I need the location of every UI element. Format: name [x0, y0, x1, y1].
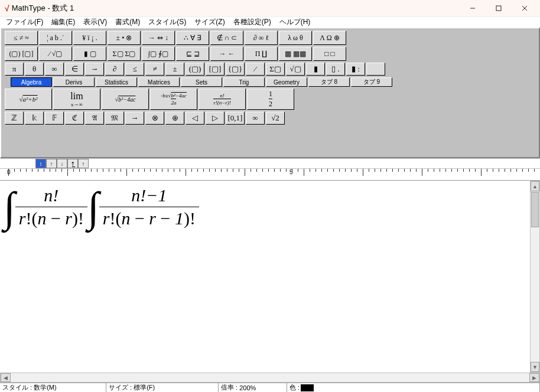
minimize-button[interactable] [460, 0, 486, 17]
sym-to[interactable]: → [125, 112, 144, 125]
status-size: サイズ : 標準(F) [106, 383, 219, 392]
ruler[interactable]: 0 5 [0, 169, 540, 181]
tab-geometry[interactable]: Geometry [266, 77, 307, 87]
sym-interval[interactable]: [0,1] [226, 112, 245, 125]
palette-integrals[interactable]: ∫▢ ∮▢ [142, 47, 175, 61]
palette-relations[interactable]: ≤ ≠ ≈ [5, 31, 38, 45]
palette-greek-lower[interactable]: λ ω θ [279, 31, 312, 45]
tmpl-limit[interactable]: limx→∞ [53, 89, 100, 110]
palette-products[interactable]: Π ∐ [245, 47, 278, 61]
sym-element[interactable]: ∈ [65, 63, 84, 76]
palette-sums[interactable]: Σ▢ Σ▢ [108, 47, 141, 61]
palette-bars[interactable]: ⊑ ⊒ [176, 47, 209, 61]
palette-logic[interactable]: ∴ ∀ ∃ [176, 31, 209, 45]
equation-canvas[interactable]: ∫ n! r!(n − r)! ∫ n!−1 r!(n − r − 1)! [0, 181, 530, 373]
sym-pi[interactable]: π [5, 63, 24, 76]
align-btn-4[interactable]: ↑̲ [67, 159, 78, 168]
menu-style[interactable]: スタイル(S) [145, 17, 190, 28]
palette-greek-upper[interactable]: Λ Ω ⊕ [313, 31, 346, 45]
sym-sup[interactable]: ▮ [306, 63, 325, 76]
sym-F[interactable]: 𝔽 [45, 112, 64, 125]
tmpl-quadratic[interactable]: -b±√b²−4ac2a [150, 89, 197, 110]
window-title: MathType - 数式 1 [12, 3, 460, 14]
sym-tri-l[interactable]: ◁ [186, 112, 204, 125]
horizontal-scrollbar[interactable]: ◀ ▶ [0, 373, 540, 383]
palette-fractions[interactable]: ⁄ √▢ [39, 47, 72, 61]
sym-A[interactable]: 𝔄 [85, 112, 104, 125]
sym-blank[interactable] [366, 63, 385, 76]
maximize-button[interactable] [486, 0, 512, 17]
align-btn-3[interactable]: ↓ [57, 159, 67, 168]
sym-dot[interactable]: ▯ . [326, 63, 345, 76]
menu-bar: ファイル(F) 編集(E) 表示(V) 書式(M) スタイル(S) サイズ(Z)… [0, 17, 540, 27]
scroll-down-icon[interactable]: ▼ [531, 362, 539, 372]
menu-help[interactable]: ヘルプ(H) [276, 17, 314, 28]
tab-8[interactable]: タブ 8 [308, 77, 350, 87]
sym-C[interactable]: ℭ [65, 112, 84, 125]
tab-sets[interactable]: Sets [181, 77, 222, 87]
sym-leq[interactable]: ≤ [125, 63, 144, 76]
menu-prefs[interactable]: 各種設定(P) [230, 17, 275, 28]
palette-labeled-arrows[interactable]: → ← [210, 47, 243, 61]
equation: ∫ n! r!(n − r)! ∫ n!−1 r!(n − r − 1)! [6, 185, 524, 228]
sym-oplus[interactable]: ⊕ [165, 112, 184, 125]
sym-k[interactable]: 𝕜 [25, 112, 44, 125]
scroll-thumb[interactable] [531, 192, 539, 227]
align-btn-5[interactable]: ↑ [78, 159, 89, 168]
palette-subscripts[interactable]: ▮ ▢ [73, 47, 106, 61]
tab-trig[interactable]: Trig [223, 77, 265, 87]
sym-infinity[interactable]: ∞ [45, 63, 64, 76]
align-btn-1[interactable]: ↕ [35, 159, 46, 168]
scroll-right-icon[interactable]: ▶ [529, 373, 539, 382]
menu-file[interactable]: ファイル(F) [2, 17, 47, 28]
palette-spaces[interactable]: ¦ a b .˙ [39, 31, 72, 45]
tmpl-pythag[interactable]: √a²+b² [5, 89, 52, 110]
menu-size[interactable]: サイズ(Z) [191, 17, 228, 28]
palette-operators[interactable]: ± • ⊗ [108, 31, 141, 45]
tab-matrices[interactable]: Matrices [138, 77, 180, 87]
palette-boxes[interactable]: □ □ [313, 47, 346, 61]
app-logo-icon: √ [5, 4, 9, 13]
menu-edit[interactable]: 編集(E) [48, 17, 79, 28]
palette-sets[interactable]: ∉ ∩ ⊂ [210, 31, 243, 45]
tmpl-half[interactable]: 12 [247, 89, 294, 110]
sym-theta[interactable]: θ [25, 63, 44, 76]
sym-sqrt2[interactable]: √2 [266, 112, 285, 125]
color-swatch[interactable] [301, 384, 314, 391]
sym-sigma[interactable]: Σ▢ [266, 63, 285, 76]
menu-format[interactable]: 書式(M) [112, 17, 144, 28]
tab-9[interactable]: タブ 9 [351, 77, 392, 87]
tab-statistics[interactable]: Statistics [96, 77, 137, 87]
sym-pm[interactable]: ± [165, 63, 184, 76]
close-button[interactable] [512, 0, 538, 17]
sym-Z[interactable]: ℤ [5, 112, 24, 125]
sym-brace[interactable]: {▢} [226, 63, 245, 76]
scroll-left-icon[interactable]: ◀ [1, 373, 11, 382]
integral-icon: ∫ [4, 186, 15, 228]
menu-view[interactable]: 表示(V) [80, 17, 110, 28]
palette-fences[interactable]: (▢) [▢] [5, 47, 38, 61]
sym-bracket[interactable]: [▢] [206, 63, 225, 76]
sym-paren[interactable]: (▢) [186, 63, 204, 76]
palette-misc[interactable]: ∂ ∞ ℓ [245, 31, 278, 45]
sym-tri-r[interactable]: ▷ [206, 112, 225, 125]
tmpl-combination[interactable]: n!r!(n−r)! [199, 89, 246, 110]
sym-otimes[interactable]: ⊗ [145, 112, 164, 125]
sym-frac[interactable]: ⁄ [246, 63, 265, 76]
tab-algebra[interactable]: Algebra [11, 77, 52, 87]
vertical-scrollbar[interactable]: ▲ ▼ [530, 181, 540, 373]
sym-sqrt[interactable]: √▢ [286, 63, 305, 76]
sym-colon[interactable]: ▮ : [346, 63, 365, 76]
tab-derivs[interactable]: Derivs [53, 77, 95, 87]
align-btn-2[interactable]: ↑ [46, 159, 57, 168]
palette-matrices[interactable]: ▦ ▦▦ [279, 47, 312, 61]
palette-arrows[interactable]: → ⇔ ↓ [142, 31, 175, 45]
sym-neq[interactable]: ≠ [145, 63, 164, 76]
tmpl-discriminant[interactable]: √b²−4ac [102, 89, 149, 110]
sym-M[interactable]: 𝔐 [105, 112, 124, 125]
sym-partial[interactable]: ∂ [105, 63, 124, 76]
palette-embellish[interactable]: ¥ ï ¡ . [73, 31, 106, 45]
sym-inf2[interactable]: ∞ [246, 112, 265, 125]
sym-arrow[interactable]: → [85, 63, 104, 76]
scroll-up-icon[interactable]: ▲ [531, 181, 539, 191]
